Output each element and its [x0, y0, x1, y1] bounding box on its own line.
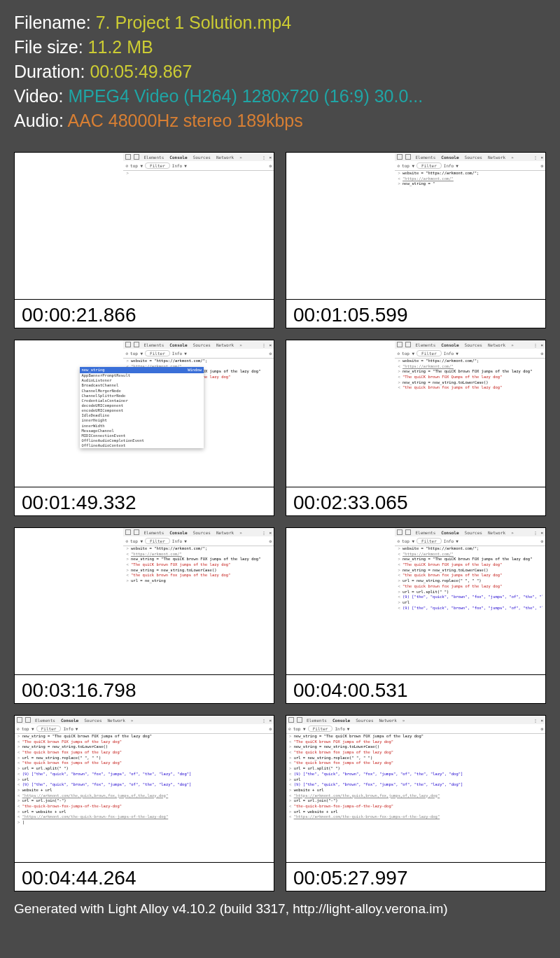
context-selector[interactable]: top ▼ — [402, 539, 414, 543]
context-selector[interactable]: top ▼ — [293, 726, 306, 731]
context-selector[interactable]: top ▼ — [22, 726, 34, 731]
tab-elements[interactable]: Elements — [305, 718, 328, 723]
menu-icon[interactable]: ⋮ — [533, 342, 538, 347]
filter-input[interactable]: Filter — [145, 538, 170, 544]
context-selector[interactable]: top ▼ — [130, 163, 143, 168]
dropdown-item[interactable]: AppBannerPromptResult — [80, 373, 204, 378]
tab-console[interactable]: Console — [440, 155, 460, 160]
tab-network[interactable]: Network — [378, 718, 398, 723]
dropdown-item[interactable]: OfflineAudioContext — [80, 443, 204, 448]
dropdown-item[interactable]: OfflineAudioCompletionEvent — [80, 438, 204, 443]
dropdown-item[interactable]: BroadcastChannel — [80, 383, 204, 388]
close-icon[interactable]: × — [269, 342, 272, 347]
clear-icon[interactable]: ⊘ — [397, 539, 400, 543]
tabs-more[interactable]: » — [130, 718, 135, 723]
level-selector[interactable]: Info — [172, 351, 182, 356]
level-caret-icon[interactable]: ▼ — [184, 539, 187, 543]
tab-sources[interactable]: Sources — [354, 718, 374, 723]
level-selector[interactable]: Info — [172, 539, 182, 543]
close-icon[interactable]: × — [540, 155, 543, 160]
device-icon[interactable] — [134, 529, 139, 535]
tab-network[interactable]: Network — [486, 342, 507, 347]
tab-network[interactable]: Network — [215, 155, 235, 160]
tab-sources[interactable]: Sources — [192, 342, 212, 347]
clear-icon[interactable]: ⊘ — [17, 726, 20, 731]
console-output[interactable]: website = "https://arkmont.com/";"https:… — [395, 169, 545, 188]
dropdown-item[interactable]: innerHeight — [80, 418, 204, 423]
tab-elements[interactable]: Elements — [142, 530, 165, 535]
device-icon[interactable] — [297, 717, 302, 723]
tabs-more[interactable]: » — [510, 342, 515, 347]
inspect-icon[interactable] — [17, 717, 22, 723]
dropdown-item[interactable]: CredentialsContainer — [80, 398, 204, 403]
level-selector[interactable]: Info — [444, 351, 454, 356]
dropdown-item[interactable]: decodeURIComponent — [80, 403, 204, 408]
tabs-more[interactable]: » — [510, 155, 515, 160]
context-selector[interactable]: top ▼ — [130, 539, 143, 543]
level-caret-icon[interactable]: ▼ — [456, 163, 458, 168]
level-selector[interactable]: Info — [335, 726, 344, 731]
context-selector[interactable]: top ▼ — [130, 351, 143, 356]
close-icon[interactable]: × — [269, 718, 272, 723]
clear-icon[interactable]: ⊘ — [125, 163, 128, 168]
menu-icon[interactable]: ⋮ — [262, 155, 266, 160]
close-icon[interactable]: × — [540, 342, 543, 347]
device-icon[interactable] — [134, 154, 139, 160]
device-icon[interactable] — [405, 342, 411, 347]
gear-icon[interactable]: ⚙ — [540, 351, 543, 356]
level-selector[interactable]: Info — [63, 726, 73, 731]
tab-elements[interactable]: Elements — [142, 342, 165, 347]
console-output[interactable]: website = "https://arkmont.com/";"https:… — [395, 545, 545, 612]
autocomplete-dropdown[interactable]: new_stringWindowAppBannerPromptResultAud… — [80, 367, 204, 448]
filter-input[interactable]: Filter — [416, 162, 442, 169]
tabs-more[interactable]: » — [401, 718, 407, 723]
dropdown-item[interactable]: MessageChannel — [80, 429, 204, 433]
tab-elements[interactable]: Elements — [414, 530, 437, 535]
tab-sources[interactable]: Sources — [192, 155, 212, 160]
menu-icon[interactable]: ⋮ — [533, 155, 538, 160]
gear-icon[interactable]: ⚙ — [269, 351, 272, 356]
console-output[interactable]: new_string = "The quiCK brown FOX jumps … — [15, 733, 274, 827]
gear-icon[interactable]: ⚙ — [540, 163, 543, 168]
close-icon[interactable]: × — [540, 530, 543, 535]
inspect-icon[interactable] — [125, 529, 131, 535]
gear-icon[interactable]: ⚙ — [540, 726, 543, 731]
tab-console[interactable]: Console — [331, 718, 351, 723]
tab-sources[interactable]: Sources — [83, 718, 103, 723]
dropdown-item[interactable]: AudioListener — [80, 378, 204, 383]
tab-console[interactable]: Console — [168, 530, 188, 535]
dropdown-item[interactable]: innerWidth — [80, 424, 204, 429]
filter-input[interactable]: Filter — [308, 726, 333, 732]
dropdown-selected[interactable]: new_string — [82, 368, 105, 373]
inspect-icon[interactable] — [397, 154, 402, 160]
tab-elements[interactable]: Elements — [414, 155, 437, 160]
clear-icon[interactable]: ⊘ — [125, 539, 128, 543]
tab-network[interactable]: Network — [486, 155, 507, 160]
dropdown-item[interactable]: ChannelMergerNode — [80, 389, 204, 394]
tab-network[interactable]: Network — [486, 530, 507, 535]
console-output[interactable] — [123, 169, 274, 178]
gear-icon[interactable]: ⚙ — [540, 539, 543, 543]
clear-icon[interactable]: ⊘ — [397, 163, 400, 168]
inspect-icon[interactable] — [125, 154, 131, 160]
inspect-icon[interactable] — [397, 342, 402, 347]
level-caret-icon[interactable]: ▼ — [184, 163, 187, 168]
tab-console[interactable]: Console — [440, 530, 460, 535]
level-caret-icon[interactable]: ▼ — [76, 726, 78, 731]
tabs-more[interactable]: » — [238, 530, 244, 535]
dropdown-item[interactable]: encodeURIComponent — [80, 408, 204, 413]
level-caret-icon[interactable]: ▼ — [456, 351, 458, 356]
level-caret-icon[interactable]: ▼ — [456, 539, 458, 543]
console-output[interactable]: website = "https://arkmont.com/";"https:… — [395, 357, 545, 392]
filter-input[interactable]: Filter — [145, 350, 170, 356]
level-caret-icon[interactable]: ▼ — [184, 351, 187, 356]
gear-icon[interactable]: ⚙ — [269, 539, 272, 543]
level-selector[interactable]: Info — [444, 539, 454, 543]
clear-icon[interactable]: ⊘ — [288, 726, 291, 731]
menu-icon[interactable]: ⋮ — [262, 342, 266, 347]
tab-network[interactable]: Network — [215, 342, 235, 347]
tab-network[interactable]: Network — [215, 530, 235, 535]
device-icon[interactable] — [405, 154, 411, 160]
menu-icon[interactable]: ⋮ — [262, 530, 266, 535]
close-icon[interactable]: × — [540, 718, 543, 723]
